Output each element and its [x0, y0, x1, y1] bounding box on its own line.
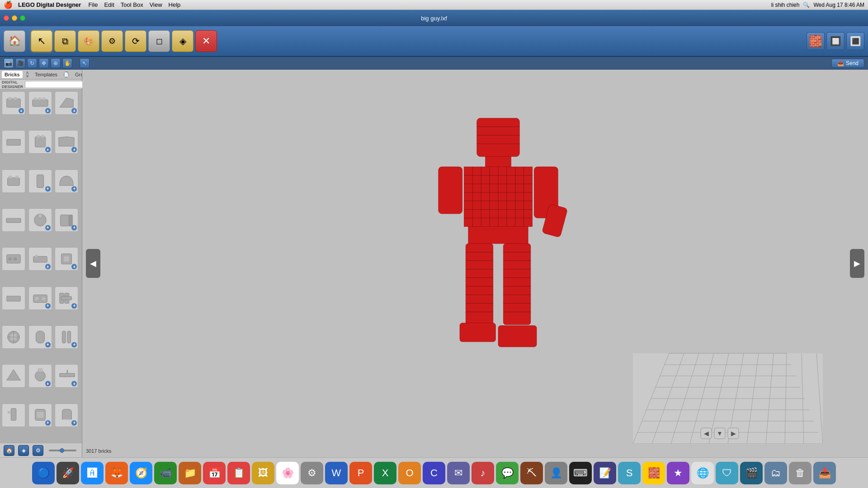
menu-file[interactable]: File: [88, 1, 98, 8]
brick-item-15[interactable]: +: [55, 247, 78, 271]
home-button[interactable]: 🏠: [4, 30, 25, 52]
brick-item-8[interactable]: +: [28, 169, 52, 193]
view-lego-button[interactable]: 🧱: [807, 32, 825, 50]
dock-item-finder[interactable]: 🔵: [32, 462, 55, 484]
brick-item-25[interactable]: [2, 404, 25, 427]
bottom-tool-btn-2[interactable]: ◈: [18, 445, 29, 456]
brick-item-16[interactable]: [2, 286, 25, 310]
zoom-slider[interactable]: [49, 450, 76, 451]
brick-item-14[interactable]: +: [28, 247, 52, 271]
dock-item-powerpoint[interactable]: P: [349, 462, 372, 484]
sub-rot-button[interactable]: ↻: [27, 58, 37, 68]
dock-item-terminal[interactable]: ⌨: [569, 462, 592, 484]
send-button[interactable]: 📤 Send: [831, 59, 864, 68]
sub-cursor-button[interactable]: ↖: [80, 58, 90, 68]
dock-item-scripteditor[interactable]: 📝: [594, 462, 616, 484]
brick-item-22[interactable]: [2, 364, 25, 388]
dock-item-downloads[interactable]: 📥: [813, 462, 836, 484]
hide-tool-button[interactable]: ◻: [148, 30, 170, 52]
brick-item-21[interactable]: +: [55, 325, 78, 349]
menu-toolbox[interactable]: Tool Box: [121, 1, 143, 8]
brick-item-13[interactable]: [2, 247, 25, 271]
dock-item-photos[interactable]: 🌸: [276, 462, 299, 484]
dock-item-itunes[interactable]: ★: [667, 462, 689, 484]
dock-item-appstore[interactable]: 🅰: [81, 462, 104, 484]
dock-item-safari[interactable]: 🧭: [130, 462, 152, 484]
dock-item-numbers[interactable]: O: [398, 462, 421, 484]
sub-move-button[interactable]: ✥: [39, 58, 49, 68]
dock-item-calendar[interactable]: 📅: [203, 462, 226, 484]
brick-item-19[interactable]: [2, 325, 25, 349]
sub-cam2-button[interactable]: 🎥: [15, 58, 25, 68]
dock-item-system_pref[interactable]: ⚙: [301, 462, 323, 484]
panel-search-input[interactable]: [25, 81, 86, 88]
dock-item-launchpad[interactable]: 🚀: [57, 462, 79, 484]
brick-item-24[interactable]: +: [55, 364, 78, 388]
dock-item-lego[interactable]: 🧱: [642, 462, 665, 484]
brick-item-11[interactable]: +: [28, 208, 52, 232]
brick-item-7[interactable]: [2, 169, 25, 193]
clone-tool-button[interactable]: ⧉: [54, 30, 76, 52]
zoom-slider-handle[interactable]: [60, 448, 64, 453]
nav-arrow-right[interactable]: ▶: [850, 249, 864, 278]
sub-pan-button[interactable]: ✋: [62, 58, 72, 68]
brick-item-12[interactable]: +: [55, 208, 78, 232]
apple-menu[interactable]: 🍎: [4, 0, 13, 9]
dock-item-reminders[interactable]: 📋: [227, 462, 250, 484]
minimize-button[interactable]: [12, 15, 17, 21]
dock-item-word[interactable]: W: [325, 462, 348, 484]
dock-item-imovie[interactable]: 🎬: [740, 462, 763, 484]
select-tool-button[interactable]: ↖: [31, 30, 52, 52]
brick-item-23[interactable]: +: [28, 364, 52, 388]
group-tool-button[interactable]: ◈: [172, 30, 193, 52]
dock-item-photos_app[interactable]: 🖼: [252, 462, 274, 484]
brick-item-26[interactable]: +: [28, 404, 52, 427]
menubar-search-icon[interactable]: 🔍: [803, 2, 810, 8]
dock-item-chrome2[interactable]: C: [423, 462, 445, 484]
brick-item-18[interactable]: +: [55, 286, 78, 310]
sub-cam1-button[interactable]: 📷: [4, 58, 14, 68]
dock-item-facetime[interactable]: 📹: [154, 462, 177, 484]
dock-item-finder2[interactable]: 📁: [179, 462, 201, 484]
dock-item-antivirus[interactable]: 🛡: [716, 462, 738, 484]
dock-item-keynote[interactable]: S: [618, 462, 641, 484]
maximize-button[interactable]: [20, 15, 25, 21]
app-name[interactable]: LEGO Digital Designer: [18, 1, 81, 8]
bricks-tab[interactable]: Bricks: [2, 71, 23, 78]
menu-help[interactable]: Help: [169, 1, 181, 8]
dock-item-minecraft[interactable]: ⛏: [520, 462, 543, 484]
brick-item-5[interactable]: +: [28, 130, 52, 154]
templates-tab[interactable]: Templates: [32, 71, 60, 78]
canvas-area[interactable]: ◀ ▶: [82, 70, 868, 457]
bottom-tool-btn-1[interactable]: 🏠: [4, 445, 14, 456]
brick-item-10[interactable]: [2, 208, 25, 232]
brick-item-1[interactable]: +: [2, 91, 25, 115]
brick-item-3[interactable]: +: [55, 91, 78, 115]
bottom-tool-btn-3[interactable]: ⚙: [33, 445, 43, 456]
brick-item-4[interactable]: [2, 130, 25, 154]
dock-item-firefox[interactable]: 🦊: [105, 462, 128, 484]
close-button[interactable]: [4, 15, 9, 21]
dock-item-chrome[interactable]: 🌐: [691, 462, 714, 484]
view-box-button[interactable]: 🔲: [826, 32, 844, 50]
dock-item-contacts[interactable]: 👤: [545, 462, 567, 484]
view-grid-button[interactable]: 🔳: [846, 32, 864, 50]
sub-zoom-button[interactable]: ⊕: [51, 58, 61, 68]
brick-item-6[interactable]: +: [55, 130, 78, 154]
nav-arrow-left[interactable]: ◀: [86, 249, 100, 278]
menu-edit[interactable]: Edit: [104, 1, 114, 8]
hinge-tool-button[interactable]: ⚙: [101, 30, 123, 52]
brick-item-2[interactable]: +: [28, 91, 52, 115]
menu-view[interactable]: View: [150, 1, 162, 8]
dock-item-mail[interactable]: ✉: [447, 462, 470, 484]
delete-tool-button[interactable]: ✕: [195, 30, 217, 52]
paint-tool-button[interactable]: 🎨: [78, 30, 99, 52]
dock-item-filemanager[interactable]: 🗂: [764, 462, 787, 484]
flex-tool-button[interactable]: ⟳: [125, 30, 146, 52]
dock-item-trash[interactable]: 🗑: [789, 462, 811, 484]
brick-item-27[interactable]: +: [55, 404, 78, 427]
dock-item-excel[interactable]: X: [374, 462, 396, 484]
brick-item-9[interactable]: +: [55, 169, 78, 193]
brick-item-20[interactable]: +: [28, 325, 52, 349]
brick-item-17[interactable]: +: [28, 286, 52, 310]
